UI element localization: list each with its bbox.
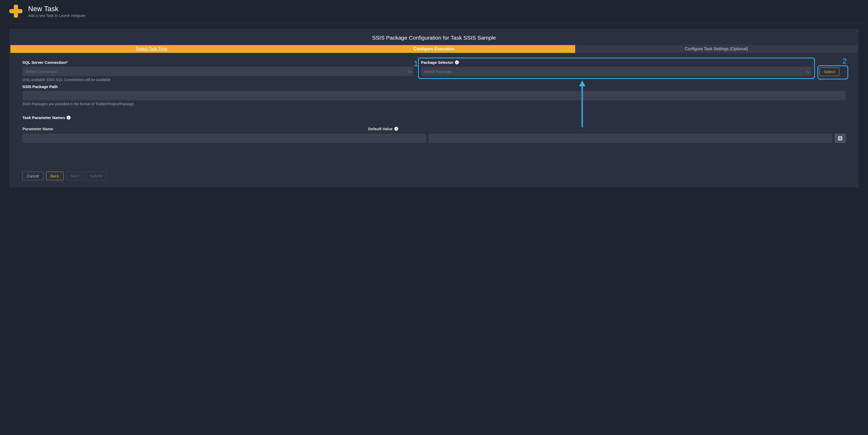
package-selector-select[interactable] [421, 67, 812, 76]
next-button[interactable]: Next [66, 172, 83, 180]
package-selector-group: 1 Package Selector i [421, 60, 812, 76]
panel-title: SSIS Package Configuration for Task SSIS… [9, 35, 859, 41]
task-param-label: Task Parameter Names i [22, 115, 846, 120]
plus-square-icon [838, 136, 842, 140]
wizard-buttons: Cancel Back Next Submit [9, 167, 859, 180]
back-button[interactable]: Back [46, 172, 63, 180]
info-icon[interactable]: i [455, 60, 459, 64]
ssis-path-label: SSIS Package Path [22, 84, 846, 89]
param-name-input[interactable] [22, 134, 426, 143]
param-default-input[interactable] [429, 134, 832, 143]
cancel-button[interactable]: Cancel [22, 172, 43, 180]
info-icon[interactable]: i [67, 116, 70, 120]
ssis-path-hint: SSIS Packages are provided in the format… [22, 102, 846, 106]
param-header-name: Parameter Name [22, 126, 368, 131]
package-selector-label: Package Selector i [421, 60, 812, 65]
sql-connection-select[interactable] [22, 67, 413, 76]
callout-number-2: 2 [842, 57, 847, 65]
config-panel: SSIS Package Configuration for Task SSIS… [9, 29, 859, 187]
ssis-path-input[interactable] [22, 91, 846, 100]
plus-icon [9, 5, 22, 18]
tab-select-task-type[interactable]: Select Task Type [10, 45, 293, 53]
sql-connection-label: SQL Server Connection* [22, 60, 413, 65]
add-param-button[interactable] [835, 134, 846, 143]
wizard-tabs: Select Task Type Configure Execution Con… [10, 45, 858, 53]
submit-button[interactable]: Submit [86, 172, 107, 180]
svg-rect-1 [9, 9, 22, 13]
select-button[interactable]: Select [819, 67, 839, 76]
param-row [22, 134, 846, 143]
sql-connection-group: SQL Server Connection* Only available SS… [22, 60, 413, 82]
info-icon[interactable]: i [394, 127, 398, 131]
divider [5, 23, 863, 23]
page-header: New Task Add a new Task to Loome Integra… [0, 0, 868, 23]
param-header-default: Default Value i [368, 126, 714, 131]
svg-rect-6 [839, 138, 841, 139]
sql-connection-hint: Only available SSIS SQL Connections will… [22, 78, 413, 82]
page-title: New Task [28, 5, 85, 13]
param-headers: Parameter Name Default Value i [22, 126, 846, 131]
callout-number-1: 1 [414, 59, 418, 68]
page-subtitle: Add a new Task to Loome Integrate [28, 13, 85, 18]
tab-configure-execution[interactable]: Configure Execution [293, 45, 575, 53]
tab-configure-task-settings[interactable]: Configure Task Settings (Optional) [575, 45, 858, 53]
